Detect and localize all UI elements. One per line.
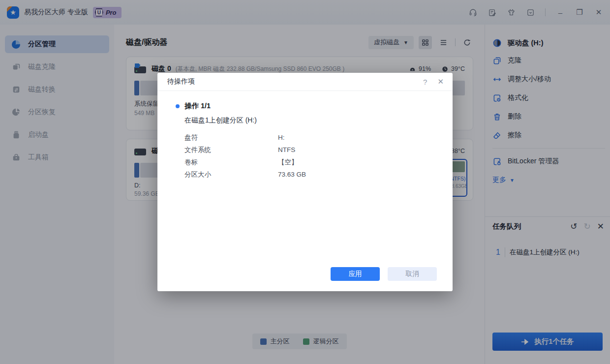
- detail-row-drive-letter: 盘符H:: [184, 131, 433, 144]
- detail-row-partition-size: 分区大小73.63 GB: [184, 168, 433, 181]
- dialog-header: 待操作项 ? ✕: [157, 73, 453, 91]
- apply-button[interactable]: 应用: [331, 267, 380, 281]
- cancel-button[interactable]: 取消: [388, 267, 437, 281]
- pending-operations-dialog: 待操作项 ? ✕ 操作 1/1 在磁盘1上创建分区 (H:) 盘符H: 文件系统…: [157, 73, 453, 291]
- dialog-title: 待操作项: [167, 77, 195, 86]
- operation-title: 操作 1/1: [184, 101, 211, 111]
- app-window: ★ 易我分区大师 专业版 U Pro – ❐ ✕: [0, 0, 610, 364]
- operation-bullet-icon: [176, 104, 180, 108]
- detail-row-volume-label: 卷标【空】: [184, 156, 433, 168]
- detail-row-file-system: 文件系统NTFS: [184, 144, 433, 156]
- help-icon[interactable]: ?: [423, 78, 427, 86]
- operation-description: 在磁盘1上创建分区 (H:): [184, 116, 257, 125]
- dialog-close-icon[interactable]: ✕: [437, 77, 444, 86]
